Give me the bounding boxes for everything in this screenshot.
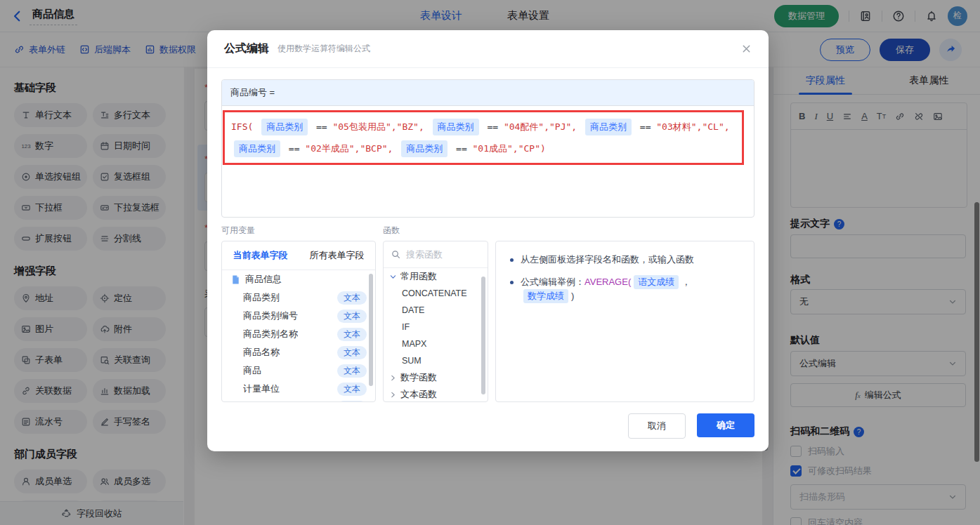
variables-label: 可用变量 bbox=[221, 225, 255, 237]
confirm-button[interactable]: 确定 bbox=[697, 413, 754, 437]
modal-title: 公式编辑 bbox=[224, 41, 269, 56]
function-group-row[interactable]: 文本函数 bbox=[384, 386, 488, 402]
variable-type-badge: 文本 bbox=[337, 291, 367, 305]
function-search[interactable]: 搜索函数 bbox=[384, 241, 488, 268]
variable-row[interactable]: 商品名称文本 bbox=[222, 343, 375, 361]
variable-row[interactable]: 计量单位文本 bbox=[222, 380, 375, 398]
tab-current-form-fields[interactable]: 当前表单字段 bbox=[222, 249, 299, 262]
caret-right-icon bbox=[389, 374, 397, 382]
function-group-name: 数学函数 bbox=[400, 371, 437, 384]
variables-panel: 当前表单字段 所有表单字段 商品信息商品类别文本商品类别编号文本商品类别名称文本… bbox=[221, 241, 376, 402]
doc-icon bbox=[230, 274, 241, 285]
formula-token: "04配件","PJ", bbox=[504, 121, 577, 132]
formula-token: "05包装用品","BZ", bbox=[332, 121, 424, 132]
variables-group-row[interactable]: 商品信息 bbox=[222, 270, 375, 288]
variable-name: 计量单位 bbox=[243, 383, 280, 395]
variable-name: 商品 bbox=[243, 364, 261, 377]
formula-token: "01成品","CP") bbox=[473, 143, 546, 154]
tips-panel: 从左侧面板选择字段名和函数，或输入函数 公式编辑举例：AVERAGE(语文成绩，… bbox=[495, 241, 754, 402]
tip-line-1: 从左侧面板选择字段名和函数，或输入函数 bbox=[509, 253, 741, 267]
tip-line-2: 公式编辑举例：AVERAGE(语文成绩，数学成绩) bbox=[509, 275, 741, 303]
example-chip: 语文成绩 bbox=[634, 275, 679, 289]
bullet-dot bbox=[510, 258, 514, 262]
formula-expression[interactable]: IFS( 商品类别 == "05包装用品","BZ", 商品类别 == "04配… bbox=[223, 110, 744, 165]
variable-type-badge: 文本 bbox=[337, 310, 367, 323]
search-icon bbox=[391, 249, 401, 260]
variable-type-badge: 文本 bbox=[337, 383, 367, 396]
formula-token: == bbox=[640, 121, 651, 132]
variables-scrollbar[interactable] bbox=[369, 274, 373, 386]
caret-down-icon bbox=[389, 273, 397, 281]
functions-panel: 搜索函数 常用函数CONCATENATEDATEIFMAPXSUM数学函数文本函… bbox=[383, 241, 488, 402]
variable-name: 商品编号 bbox=[243, 401, 280, 402]
functions-label: 函数 bbox=[383, 225, 400, 237]
variable-type-badge: 文本 bbox=[337, 328, 367, 341]
variable-type-badge: 文本 bbox=[337, 401, 367, 403]
formula-token: == bbox=[456, 143, 467, 154]
formula-token: "03材料","CL", bbox=[656, 121, 729, 132]
variable-row[interactable]: 商品类别编号文本 bbox=[222, 307, 375, 325]
formula-token: == bbox=[487, 121, 498, 132]
close-icon[interactable] bbox=[741, 44, 752, 54]
modal-subtitle: 使用数学运算符编辑公式 bbox=[277, 43, 370, 55]
variable-name: 商品类别编号 bbox=[243, 310, 298, 322]
formula-target-field: 商品编号 = bbox=[222, 80, 754, 106]
formula-editor-modal: 公式编辑 使用数学运算符编辑公式 商品编号 = IFS( 商品类别 == "05… bbox=[207, 30, 769, 451]
variables-list: 商品信息商品类别文本商品类别编号文本商品类别名称文本商品名称文本商品文本计量单位… bbox=[222, 270, 375, 402]
function-group-name: 文本函数 bbox=[400, 388, 437, 401]
variable-type-badge: 文本 bbox=[337, 346, 367, 359]
formula-token: "02半成品","BCP", bbox=[305, 143, 393, 154]
formula-token: == bbox=[316, 121, 327, 132]
function-group-name: 常用函数 bbox=[400, 270, 437, 283]
functions-list: 常用函数CONCATENATEDATEIFMAPXSUM数学函数文本函数 bbox=[384, 268, 488, 402]
caret-right-icon bbox=[389, 391, 397, 399]
variable-name: 商品类别 bbox=[243, 291, 280, 304]
variable-name: 商品名称 bbox=[243, 346, 280, 359]
function-group-row[interactable]: 常用函数 bbox=[384, 268, 488, 285]
formula-token: IFS( bbox=[231, 121, 253, 132]
variables-group-name: 商品信息 bbox=[245, 273, 282, 286]
field-chip[interactable]: 商品类别 bbox=[401, 140, 447, 157]
function-item[interactable]: IF bbox=[384, 319, 488, 335]
variable-row[interactable]: 商品编号文本 bbox=[222, 398, 375, 402]
example-chip: 数学成绩 bbox=[523, 289, 568, 303]
variable-row[interactable]: 商品类别文本 bbox=[222, 288, 375, 307]
field-chip[interactable]: 商品类别 bbox=[234, 140, 280, 157]
variable-type-badge: 文本 bbox=[337, 364, 367, 378]
field-chip[interactable]: 商品类别 bbox=[261, 119, 308, 135]
tab-all-form-fields[interactable]: 所有表单字段 bbox=[299, 249, 375, 262]
bullet-dot bbox=[510, 281, 514, 284]
variables-tabs: 当前表单字段 所有表单字段 bbox=[222, 241, 375, 270]
formula-token: == bbox=[289, 143, 300, 154]
modal-footer: 取消 确定 bbox=[628, 413, 754, 439]
cancel-button[interactable]: 取消 bbox=[628, 413, 686, 439]
function-item[interactable]: MAPX bbox=[384, 335, 488, 352]
field-chip[interactable]: 商品类别 bbox=[585, 119, 632, 135]
field-chip[interactable]: 商品类别 bbox=[433, 119, 479, 135]
variable-name: 商品类别名称 bbox=[243, 328, 298, 340]
function-item[interactable]: SUM bbox=[384, 352, 488, 369]
formula-editor[interactable]: 商品编号 = IFS( 商品类别 == "05包装用品","BZ", 商品类别 … bbox=[221, 79, 754, 218]
function-item[interactable]: DATE bbox=[384, 302, 488, 319]
variable-row[interactable]: 商品类别名称文本 bbox=[222, 325, 375, 343]
function-search-placeholder: 搜索函数 bbox=[406, 248, 443, 261]
functions-scrollbar[interactable] bbox=[481, 277, 485, 394]
modal-header: 公式编辑 使用数学运算符编辑公式 bbox=[207, 30, 769, 68]
variable-row[interactable]: 商品文本 bbox=[222, 361, 375, 380]
function-item[interactable]: CONCATENATE bbox=[384, 285, 488, 302]
function-group-row[interactable]: 数学函数 bbox=[384, 369, 488, 386]
